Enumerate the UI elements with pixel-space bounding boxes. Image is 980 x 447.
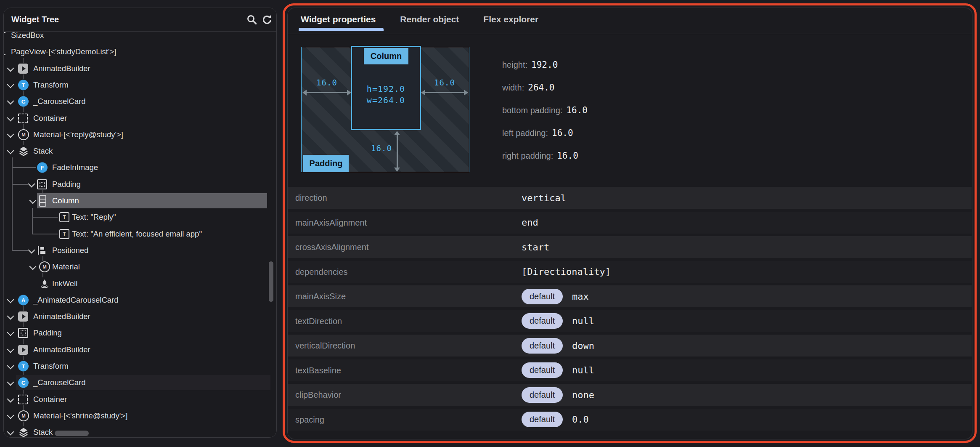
chevron-down-icon[interactable] [7,296,14,303]
tree-row[interactable]: C_CarouselCard [4,375,276,390]
tree-node-label: Padding [52,180,81,189]
property-row: textBaselinedefaultnull [288,359,972,381]
arrowhead [394,168,400,172]
tree-row[interactable]: PageView-[<'studyDemoList'>] [4,44,276,59]
tree-row[interactable]: Positioned [4,243,276,258]
tree-row[interactable]: AnimatedBuilder [4,61,276,76]
refresh-button[interactable] [261,13,273,26]
summary-value: 16.0 [557,151,578,161]
horizontal-scrollbar-thumb[interactable] [55,431,89,436]
tree-row[interactable]: Container [4,111,276,126]
tree-row[interactable]: TText: "Reply" [4,210,276,225]
tree-node-label: Text: "An efficient, focused email app" [72,229,202,239]
property-value-cell: default0.0 [522,409,589,431]
chevron-down-icon[interactable] [28,180,35,187]
chevron-down-icon[interactable] [7,64,14,72]
tree-row[interactable]: TTransform [4,359,276,374]
chevron-down-icon[interactable] [7,395,14,402]
widget-tree-header: Widget Tree [4,8,276,32]
tree-node-label: _CarouselCard [33,378,85,387]
stack-icon [18,427,29,437]
tree-node-label: Material-[<'shrine@study'>] [33,411,127,420]
tree-row[interactable]: Container [4,392,276,407]
animated-builder-icon [18,64,28,74]
material-icon: M [39,261,50,272]
chevron-down-icon[interactable] [7,329,14,336]
tree-node-label: FadeInImage [52,163,98,172]
widget-letter-icon: T [18,80,29,90]
tab-bar: Widget propertiesRender objectFlex explo… [288,8,972,34]
chevron-down-icon[interactable] [7,346,14,353]
material-icon: M [18,129,29,140]
tab-flex-explorer[interactable]: Flex explorer [483,14,538,24]
summary-row: height:192.0 [502,59,558,71]
chevron-down-icon[interactable] [7,114,14,121]
tree-row[interactable]: Padding [4,325,276,341]
tree-row[interactable]: AnimatedBuilder [4,309,276,324]
chevron-down-icon[interactable] [7,428,14,436]
chevron-down-icon[interactable] [29,197,37,204]
chevron-down-icon[interactable] [28,246,35,253]
right-gap-value: 16.0 [428,78,461,87]
tree-row[interactable]: TText: "An efficient, focused email app" [4,226,276,242]
chevron-down-icon[interactable] [7,147,14,154]
tree-row[interactable]: FFadeInImage [4,160,276,175]
widget-letter-icon: C [18,378,29,388]
padding-icon [18,328,28,338]
tree-row[interactable]: Column [4,193,276,208]
chevron-down-icon[interactable] [7,379,14,386]
default-badge: default [522,338,563,354]
vertical-scrollbar-thumb[interactable] [269,261,273,302]
tree-row[interactable]: AnimatedBuilder [4,342,276,357]
tree-node-label: Material-[<'reply@study'>] [33,130,123,139]
arrowhead [302,90,307,96]
tree-row[interactable]: MMaterial-[<'shrine@study'>] [4,408,276,423]
property-value-cell: start [522,236,549,258]
chevron-down-icon[interactable] [7,130,14,138]
tree-row[interactable]: MMaterial [4,259,276,274]
padding-layout-diagram: Column Padding h=192.0 w=264.0 16.0 16.0 [301,47,469,172]
right-gap-arrow [424,92,466,93]
chevron-down-icon[interactable] [7,98,14,105]
property-value: vertical [522,193,566,203]
tree-row[interactable]: A_AnimatedCarouselCard [4,293,276,308]
property-value-cell: defaultnone [522,384,594,406]
active-tab-indicator [299,28,384,31]
left-gap-value: 16.0 [310,78,344,87]
tree-node-label: Material [52,262,80,271]
property-value: null [572,316,594,326]
chevron-down-icon[interactable] [7,362,14,370]
tree-row[interactable]: Stack [4,144,276,159]
property-name: mainAxisAlignment [295,212,367,234]
chevron-down-icon[interactable] [7,412,14,419]
default-badge: default [522,289,563,304]
tab-widget-properties[interactable]: Widget properties [301,14,376,24]
tree-node-label: AnimatedBuilder [33,312,90,321]
arrowhead [464,90,468,96]
summary-label: height: [502,60,527,69]
positioned-icon [37,246,46,255]
tree-row[interactable]: TTransform [4,77,276,93]
padding-icon [37,179,47,189]
property-name: clipBehavior [295,384,341,406]
tab-render-object[interactable]: Render object [400,14,459,24]
chevron-down-icon[interactable] [7,81,14,88]
container-icon [18,394,28,404]
left-gap-arrow [305,92,350,93]
tree-row[interactable]: InkWell [4,276,276,291]
property-row: verticalDirectiondefaultdown [288,335,972,357]
tree-row[interactable]: Padding [4,177,276,192]
refresh-icon [261,14,273,26]
property-value: max [572,291,589,302]
tree-row[interactable]: MMaterial-[<'reply@study'>] [4,127,276,142]
tree-node-label: Positioned [52,246,88,255]
text-icon: T [59,229,69,239]
tree-row[interactable]: Stack [4,425,276,437]
chevron-down-icon[interactable] [7,313,14,320]
tree-row[interactable]: C_CarouselCard [4,94,276,109]
summary-label: left padding: [502,128,548,138]
default-badge: default [522,387,563,403]
chevron-down-icon[interactable] [29,263,37,270]
tree-node-label: AnimatedBuilder [33,345,90,354]
search-button[interactable] [246,13,258,26]
